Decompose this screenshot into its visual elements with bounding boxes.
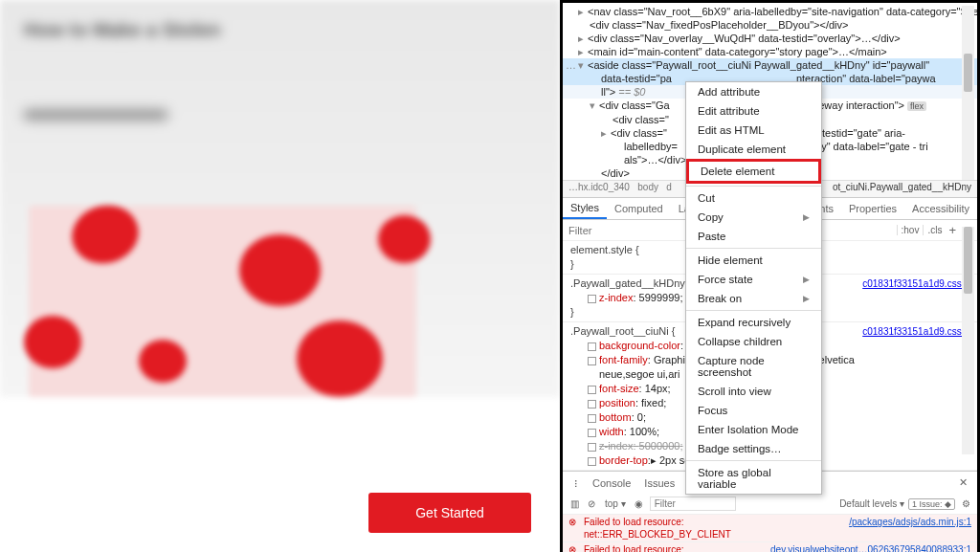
scrollbar[interactable]	[962, 227, 974, 454]
scrollbar[interactable]	[962, 6, 974, 180]
dom-node[interactable]: ▸<div class="Nav_overlay__WuQdH" data-te…	[563, 32, 977, 45]
clear-console-icon[interactable]: ⊘	[585, 497, 598, 511]
source-link[interactable]: /packages/adsjs/ads.min.js:1	[849, 516, 971, 528]
menu-copy[interactable]: Copy▶	[686, 208, 821, 227]
tab-styles[interactable]: Styles	[563, 198, 607, 219]
menu-delete-element[interactable]: Delete element	[686, 159, 821, 184]
chevron-right-icon: ▶	[803, 212, 810, 222]
new-style-button[interactable]: +	[946, 223, 959, 237]
dom-node[interactable]: ▸<main id="main-content" data-category="…	[563, 45, 977, 58]
source-link[interactable]: c01831f33151a1d9.css:1	[862, 324, 969, 339]
blurred-line	[24, 110, 167, 120]
console-filter-input[interactable]	[650, 497, 736, 511]
page-preview: How to Make a Stolen Get Started	[0, 0, 560, 552]
heart-image	[29, 206, 416, 397]
error-icon: ⊗	[568, 543, 580, 552]
menu-edit-as-html[interactable]: Edit as HTML	[686, 121, 821, 140]
menu-edit-attribute[interactable]: Edit attribute	[686, 101, 821, 121]
menu-expand-recursively[interactable]: Expand recursively	[686, 313, 821, 332]
dom-node[interactable]: ▸<nav class="Nav_root__6bX9" aria-labell…	[563, 5, 977, 18]
tab-accessibility[interactable]: Accessibility	[904, 198, 977, 219]
menu-paste[interactable]: Paste	[686, 227, 821, 246]
menu-break-on[interactable]: Break on▶	[686, 289, 821, 308]
dom-node[interactable]: <div class="Nav_fixedPosPlaceholder__BDy…	[563, 18, 977, 32]
menu-store-global[interactable]: Store as global variable	[686, 463, 821, 494]
cls-toggle[interactable]: .cls	[923, 225, 946, 235]
menu-hide-element[interactable]: Hide element	[686, 251, 821, 270]
chevron-right-icon: ▶	[803, 275, 810, 284]
dom-node-selected[interactable]: …▾<aside class="Paywall_root__ciuNi Payw…	[563, 58, 977, 72]
tab-computed[interactable]: Computed	[607, 198, 671, 219]
source-link[interactable]: dev.visualwebsiteopt…062636795840088933:…	[770, 543, 971, 552]
get-started-button[interactable]: Get Started	[368, 493, 531, 533]
chevron-right-icon: ▶	[803, 294, 810, 303]
console-messages[interactable]: ⊗ Failed to load resource:net::ERR_BLOCK…	[563, 515, 977, 552]
blurred-heading: How to Make a Stolen	[24, 19, 221, 41]
hov-toggle[interactable]: :hov	[897, 225, 924, 235]
menu-collapse-children[interactable]: Collapse children	[686, 332, 821, 351]
tab-console[interactable]: Console	[586, 477, 637, 489]
console-error[interactable]: ⊗ Failed to load resource:net::ERR_BLOCK…	[563, 542, 977, 552]
menu-separator	[686, 186, 821, 187]
drawer-toggle-icon[interactable]: ⫶	[567, 477, 586, 489]
menu-add-attribute[interactable]: Add attribute	[686, 82, 821, 101]
context-menu: Add attribute Edit attribute Edit as HTM…	[685, 81, 822, 495]
sidebar-toggle-icon[interactable]: ▥	[568, 497, 581, 511]
menu-focus[interactable]: Focus	[686, 401, 821, 420]
menu-enter-isolation[interactable]: Enter Isolation Mode	[686, 420, 821, 439]
tab-properties[interactable]: Properties	[841, 198, 904, 219]
menu-separator	[686, 248, 821, 249]
console-error[interactable]: ⊗ Failed to load resource:net::ERR_BLOCK…	[563, 515, 977, 542]
menu-duplicate-element[interactable]: Duplicate element	[686, 140, 821, 159]
error-icon: ⊗	[568, 516, 580, 528]
issues-badge[interactable]: 1 Issue: ◆	[908, 498, 955, 510]
menu-badge-settings[interactable]: Badge settings…	[686, 439, 821, 458]
menu-separator	[686, 460, 821, 461]
menu-scroll-into-view[interactable]: Scroll into view	[686, 382, 821, 401]
log-levels[interactable]: Default levels ▾	[839, 498, 904, 509]
close-drawer-button[interactable]: ✕	[953, 476, 973, 489]
tab-issues[interactable]: Issues	[637, 477, 681, 489]
console-toolbar: ▥ ⊘ top ▾ ◉ Default levels ▾ 1 Issue: ◆ …	[563, 494, 977, 515]
source-link[interactable]: c01831f33151a1d9.css:1	[862, 276, 969, 291]
menu-force-state[interactable]: Force state▶	[686, 270, 821, 289]
context-selector[interactable]: top ▾	[602, 498, 629, 509]
eye-icon[interactable]: ◉	[633, 497, 646, 511]
menu-cut[interactable]: Cut	[686, 188, 821, 208]
menu-capture-screenshot[interactable]: Capture node screenshot	[686, 351, 821, 382]
blurred-content: How to Make a Stolen	[0, 0, 560, 397]
menu-separator	[686, 310, 821, 311]
settings-icon[interactable]: ⚙	[959, 497, 972, 511]
